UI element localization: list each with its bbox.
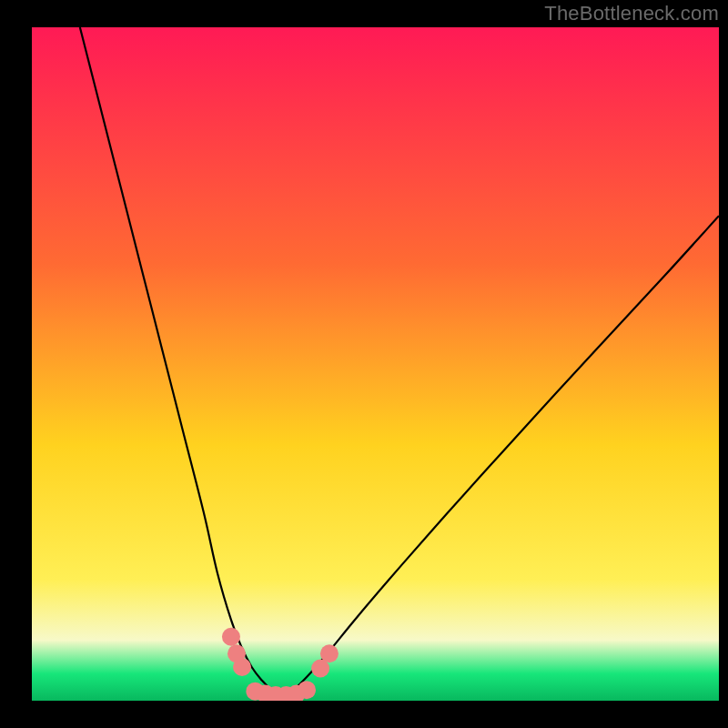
chart-canvas: TheBottleneck.com bbox=[0, 0, 728, 728]
gradient-background bbox=[32, 27, 719, 701]
marker-dot bbox=[298, 681, 316, 699]
marker-dot bbox=[233, 658, 251, 676]
marker-dot bbox=[320, 644, 339, 662]
chart-svg bbox=[0, 0, 728, 728]
marker-dot bbox=[222, 628, 240, 646]
watermark-text: TheBottleneck.com bbox=[544, 2, 719, 25]
